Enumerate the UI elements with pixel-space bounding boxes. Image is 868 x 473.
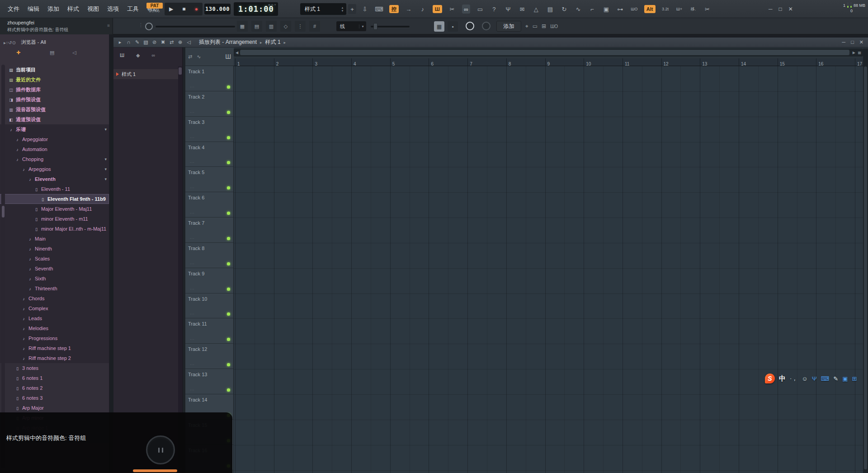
- folder-tab-icon[interactable]: ▤: [50, 50, 54, 56]
- delete-tool-icon[interactable]: ⊘: [151, 39, 158, 45]
- track-piano-icon[interactable]: Ш: [225, 53, 231, 60]
- timeline-ruler[interactable]: 1234567891011121314151617: [234, 58, 863, 66]
- note-slide-icon[interactable]: ♪: [419, 4, 427, 14]
- video-player-icon[interactable]: ▭: [476, 4, 484, 14]
- expand-icon[interactable]: ▾: [104, 174, 107, 184]
- browser-item[interactable]: ♪Automation ▾: [0, 144, 109, 154]
- wave-editor-icon[interactable]: ШO: [550, 24, 558, 29]
- browser-item[interactable]: ♪Riff machine step 1 ▾: [0, 343, 109, 353]
- browser-item-mixer-presets[interactable]: ▥混音器预设值 ▾: [0, 104, 109, 114]
- mixer-strip-icon[interactable]: ▤: [251, 21, 262, 32]
- track-options-dots[interactable]: ...: [190, 336, 195, 341]
- browser-item-selected[interactable]: ▯Eleventh Flat 9nth - 11b9 ▾: [0, 194, 109, 204]
- tempo-display[interactable]: 130.000: [204, 4, 231, 14]
- maximize-button[interactable]: □: [779, 6, 782, 12]
- track-header[interactable]: Track 2 ...: [185, 91, 233, 117]
- browser-item[interactable]: ♪Arpeggiator ▾: [0, 134, 109, 144]
- pattern-selector[interactable]: 样式 1 ▲ ▼: [300, 3, 346, 15]
- browser-item[interactable]: ♪Chopping ▾: [0, 154, 109, 164]
- browser-item[interactable]: ♪Ninenth ▾: [0, 244, 109, 254]
- track-name[interactable]: Track 3: [188, 119, 204, 125]
- ime-language-indicator[interactable]: 中: [779, 374, 786, 383]
- browser-item-plugin-database[interactable]: ◫插件数据库 ▾: [0, 85, 109, 95]
- play-button[interactable]: ▶: [169, 6, 173, 12]
- browser-item[interactable]: ▯minor Eleventh - m11 ▾: [0, 214, 109, 224]
- track-enable-led[interactable]: [227, 237, 230, 240]
- horizontal-scrollbar-thumb[interactable]: [240, 50, 849, 55]
- picker-scrollbar[interactable]: [178, 66, 182, 468]
- track-name[interactable]: Track 10: [188, 296, 207, 302]
- plugin-icon[interactable]: ⊶: [616, 4, 624, 14]
- browser-item[interactable]: ♪Melodies ▾: [0, 323, 109, 333]
- spin-up-icon[interactable]: ▲: [341, 6, 344, 9]
- track-options-dots[interactable]: ...: [190, 235, 195, 240]
- track-options-dots[interactable]: ...: [190, 361, 195, 366]
- expand-icon[interactable]: ▾: [104, 154, 107, 164]
- track-options-dots[interactable]: ...: [190, 134, 195, 139]
- link-controller-icon[interactable]: ∞: [462, 5, 470, 14]
- render-icon[interactable]: ⇩: [361, 4, 369, 14]
- ime-mic-icon[interactable]: Ψ: [812, 375, 817, 382]
- browser-item-recent-files[interactable]: ▤最近的文件 ▾: [0, 75, 109, 85]
- browser-item[interactable]: ▯6 notes 1 ▾: [0, 373, 109, 383]
- track-name[interactable]: Track 1: [188, 69, 204, 74]
- track-enable-led[interactable]: [227, 161, 230, 164]
- wave-icon[interactable]: ∿: [574, 4, 582, 14]
- main-pitch-slider[interactable]: [156, 26, 235, 28]
- menu-item[interactable]: 文件: [4, 0, 24, 18]
- track-enable-led[interactable]: [227, 111, 230, 114]
- time-display[interactable]: 1:01:00 B:S:T: [234, 2, 278, 16]
- search-icon[interactable]: ⊙: [12, 40, 15, 45]
- add-button[interactable]: 添加: [496, 21, 521, 32]
- track-options-dots[interactable]: ...: [190, 159, 195, 164]
- menu-item[interactable]: 添加: [43, 0, 63, 18]
- snap-line-dropdown[interactable]: 线 ▾: [336, 21, 366, 31]
- track-enable-led[interactable]: [227, 212, 230, 215]
- track-enable-led[interactable]: [227, 388, 230, 392]
- browser-item[interactable]: ♪Complex ▾: [0, 303, 109, 313]
- overdub-button[interactable]: ▪: [448, 21, 458, 32]
- hash-icon[interactable]: #: [309, 21, 320, 32]
- stop-button[interactable]: ■: [182, 6, 185, 12]
- track-enable-led[interactable]: [227, 136, 230, 139]
- track-enable-led[interactable]: [227, 85, 230, 89]
- track-options-dots[interactable]: ...: [190, 311, 195, 315]
- browser-item[interactable]: ♪Chords ▾: [0, 293, 109, 303]
- track-name[interactable]: Track 13: [188, 372, 207, 377]
- track-header[interactable]: Track 4 ...: [185, 142, 233, 167]
- track-enable-led[interactable]: [227, 338, 230, 341]
- multilink-icon[interactable]: Ш+: [675, 4, 684, 14]
- track-options-dots[interactable]: ...: [190, 387, 195, 391]
- track-header[interactable]: Track 11 ...: [185, 318, 233, 344]
- cut-tool-icon[interactable]: ✂: [448, 4, 456, 14]
- track-name[interactable]: Track 4: [188, 145, 204, 150]
- browser-item[interactable]: ▯6 notes 3 ▾: [0, 393, 109, 403]
- browser-scrollbar-thumb[interactable]: [2, 206, 5, 218]
- track-header[interactable]: Track 13 ...: [185, 369, 233, 394]
- add-pattern-button[interactable]: +: [348, 4, 356, 14]
- track-name[interactable]: Track 14: [188, 397, 207, 402]
- track-header[interactable]: Track 7 ...: [185, 218, 233, 243]
- time-mode-label[interactable]: B:S:T: [268, 4, 276, 6]
- playlist-titlebar[interactable]: ▸∩✎▧⊘✖⇄⊕◁ 插放列表 - Arrangement ▸ 样式 1 ▸ ─□…: [113, 38, 868, 47]
- browser-item[interactable]: ♪Eleventh ▾: [0, 174, 109, 184]
- track-header[interactable]: Track 12 ...: [185, 344, 233, 369]
- track-header[interactable]: Track 6 ...: [185, 192, 233, 218]
- record-button[interactable]: ●: [195, 6, 198, 12]
- browser-item[interactable]: ♪Leads ▾: [0, 313, 109, 323]
- playlist-menu-icon[interactable]: ▸: [116, 39, 124, 45]
- track-name[interactable]: Track 9: [188, 271, 204, 276]
- track-wave-icon[interactable]: ∿: [197, 54, 201, 60]
- zoom-slider-handle[interactable]: [373, 23, 377, 30]
- zoom-tool-icon[interactable]: ⊕: [176, 39, 184, 45]
- playlist-pattern-crumb[interactable]: 样式 1: [265, 38, 281, 46]
- playback-tool-icon[interactable]: ◁: [185, 39, 193, 45]
- layout-icon[interactable]: ▥: [266, 21, 277, 32]
- ime-punct-icon[interactable]: ·，: [790, 374, 797, 383]
- track-enable-led[interactable]: [227, 312, 230, 316]
- browser-item[interactable]: ♪Main ▾: [0, 234, 109, 244]
- track-options-dots[interactable]: ...: [190, 84, 195, 88]
- sources-tab-icon[interactable]: ◆: [136, 52, 140, 58]
- pl-minimize-button[interactable]: ─: [842, 39, 845, 45]
- track-options-dots[interactable]: ...: [190, 286, 195, 290]
